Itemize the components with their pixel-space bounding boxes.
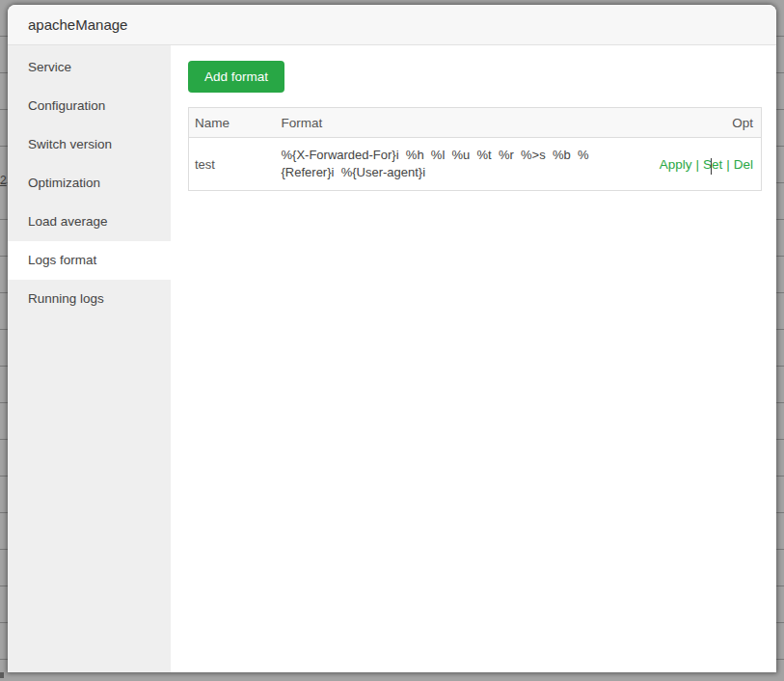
apache-manage-window: apacheManage Service Configuration Switc… — [8, 5, 776, 672]
column-header-format: Format — [282, 108, 656, 138]
backdrop-right-strip — [776, 0, 784, 681]
column-header-name: Name — [189, 108, 282, 138]
sidebar-item-switch-version[interactable]: Switch version — [8, 125, 171, 164]
format-string-cell: %{X-Forwarded-For}i %h %l %u %t %r %>s %… — [282, 138, 656, 191]
format-string: %{X-Forwarded-For}i %h %l %u %t %r %>s %… — [282, 147, 609, 181]
formats-table: Name Format Opt test %{X-Forwarded-For}i… — [188, 107, 762, 191]
sidebar: Service Configuration Switch version Opt… — [8, 45, 171, 672]
set-link[interactable]: Set — [703, 157, 722, 172]
window-header: apacheManage — [8, 5, 776, 45]
sidebar-item-running-logs[interactable]: Running logs — [8, 280, 171, 318]
sidebar-item-service[interactable]: Service — [8, 48, 171, 87]
sidebar-item-configuration[interactable]: Configuration — [8, 87, 171, 125]
screen: 2 apacheManage Service Configuration Swi… — [0, 0, 784, 681]
backdrop-page-number: 2 — [0, 174, 8, 187]
apply-link[interactable]: Apply — [660, 157, 692, 172]
table-header-row: Name Format Opt — [189, 108, 762, 138]
sidebar-item-logs-format[interactable]: Logs format — [8, 241, 171, 280]
sidebar-item-load-average[interactable]: Load average — [8, 203, 171, 241]
text-cursor-ibeam — [711, 158, 712, 175]
format-name-cell: test — [189, 138, 282, 191]
del-link[interactable]: Del — [734, 157, 753, 172]
add-format-button[interactable]: Add format — [188, 61, 284, 93]
window-body: Service Configuration Switch version Opt… — [8, 45, 776, 672]
backdrop-bottom-mark — [0, 672, 4, 678]
window-title: apacheManage — [28, 16, 127, 33]
backdrop-left-strip — [0, 0, 8, 681]
action-separator: | — [695, 157, 699, 172]
sidebar-item-optimization[interactable]: Optimization — [8, 164, 171, 203]
main-content: Add format Name Format Opt test — [171, 45, 776, 672]
table-row: test %{X-Forwarded-For}i %h %l %u %t %r … — [189, 138, 762, 191]
column-header-opt: Opt — [656, 108, 762, 138]
format-actions-cell: Apply|Set|Del — [656, 138, 762, 191]
action-separator: | — [726, 157, 730, 172]
